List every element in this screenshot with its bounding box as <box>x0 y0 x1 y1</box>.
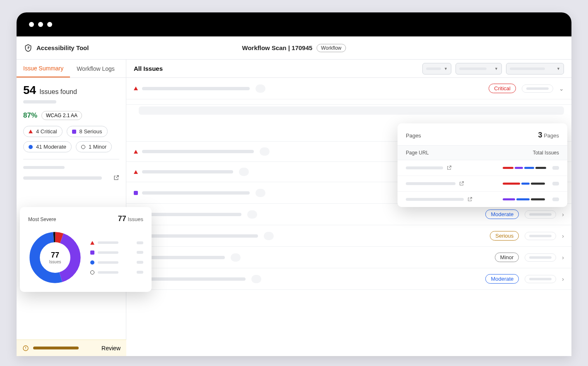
placeholder-line <box>23 166 65 169</box>
placeholder-title <box>142 256 225 259</box>
chevron-right-icon: › <box>562 233 564 239</box>
severity-chip[interactable]: 4 Critical <box>23 126 63 137</box>
placeholder-count <box>552 182 559 185</box>
chevron-right-icon: › <box>562 276 564 282</box>
legend-row <box>90 260 143 265</box>
severity-badge: Serious <box>490 231 519 241</box>
window-titlebar <box>17 12 571 36</box>
issue-distribution-bars <box>503 167 548 169</box>
chip-label: 8 Serious <box>80 128 102 135</box>
donut-title: Most Severe <box>28 217 56 222</box>
severity-chip[interactable]: 1 Minor <box>76 141 112 152</box>
placeholder-title <box>142 150 254 153</box>
count-badge <box>255 189 265 197</box>
compliance-score: 87% <box>23 111 37 120</box>
severity-icon <box>134 191 138 195</box>
placeholder-url <box>406 198 464 201</box>
severity-bar <box>531 198 545 200</box>
tab-issue-summary[interactable]: Issue Summary <box>17 60 70 77</box>
occurrence-row[interactable] <box>139 106 564 115</box>
severity-icon <box>134 150 138 154</box>
filter-dropdown-2[interactable]: ▼ <box>455 63 502 75</box>
severity-icon <box>81 145 85 149</box>
placeholder-count <box>552 197 559 201</box>
filter-dropdown-3[interactable]: ▼ <box>506 63 564 75</box>
workflow-badge: Workflow <box>316 44 346 52</box>
main-panel: All Issues ▼ ▼ ▼ Critical ⌄ Serious <box>126 60 571 356</box>
severity-badge: Moderate <box>485 274 519 284</box>
placeholder-pill <box>525 253 556 262</box>
chevron-right-icon: › <box>562 254 564 261</box>
placeholder-title <box>142 234 258 238</box>
severity-chip[interactable]: 8 Serious <box>67 126 108 137</box>
window-control-close[interactable] <box>29 22 34 27</box>
issue-row[interactable]: Serious › <box>126 225 571 247</box>
placeholder-title <box>142 87 250 90</box>
placeholder-count <box>137 241 143 244</box>
severity-icon <box>29 130 33 133</box>
main-header: All Issues ▼ ▼ ▼ <box>126 60 571 78</box>
window-control-min[interactable] <box>38 22 43 27</box>
count-badge <box>247 210 257 219</box>
count-badge <box>239 168 249 176</box>
occurrence-row[interactable] <box>139 115 564 123</box>
external-link-icon <box>113 175 119 181</box>
issue-row[interactable]: Critical ⌄ <box>126 78 571 99</box>
placeholder-url <box>406 182 455 185</box>
pages-label: Pages <box>544 132 559 139</box>
issue-row[interactable]: Moderate › <box>126 268 571 290</box>
app-window: Accessibility Tool Workflow Scan | 17094… <box>17 12 571 356</box>
severity-bar <box>521 183 530 185</box>
issue-row[interactable]: Minor › <box>126 247 571 268</box>
issue-distribution-bars <box>503 198 548 200</box>
legend-icon <box>90 260 94 265</box>
placeholder-pill <box>525 275 556 283</box>
severity-chip[interactable]: 41 Moderate <box>23 141 72 152</box>
severity-bar <box>535 167 546 169</box>
issue-distribution-bars <box>503 183 548 185</box>
severity-icon <box>29 145 33 149</box>
issues-label: Issues found <box>39 88 77 96</box>
placeholder-line <box>33 347 79 349</box>
all-issues-heading: All Issues <box>134 65 163 72</box>
severity-bar <box>503 183 520 185</box>
severity-bar <box>531 183 545 185</box>
severity-bar <box>503 167 513 169</box>
app-header: Accessibility Tool Workflow Scan | 17094… <box>17 36 571 60</box>
severity-bar <box>515 167 523 169</box>
donut-total-label: Issues <box>128 216 143 222</box>
issues-count-row: 54 Issues found <box>23 84 119 97</box>
review-bar[interactable]: Review <box>17 340 126 356</box>
alert-circle-icon <box>22 345 29 352</box>
severity-icon <box>72 130 76 134</box>
tab-workflow-logs[interactable]: Workflow Logs <box>70 60 121 77</box>
filter-bar: ▼ ▼ ▼ <box>422 63 564 75</box>
placeholder-title <box>142 191 250 195</box>
count-badge <box>260 147 270 156</box>
review-label: Review <box>101 345 120 352</box>
placeholder-line <box>98 241 118 244</box>
pages-row[interactable] <box>398 176 567 192</box>
severity-bar <box>503 198 515 200</box>
external-link-icon <box>446 165 452 171</box>
sidebar-content: 54 Issues found 87% WCAG 2.1 AA 4 Critic… <box>17 78 126 181</box>
severity-badge: Critical <box>489 84 516 93</box>
placeholder-pill <box>525 232 556 240</box>
external-link-icon <box>459 181 464 186</box>
donut-chart: 77 Issues <box>28 231 82 284</box>
wcag-standard-badge: WCAG 2.1 AA <box>41 111 82 120</box>
severity-badge: Moderate <box>485 209 519 219</box>
pages-row[interactable] <box>398 192 567 207</box>
pages-title: Pages <box>406 132 421 139</box>
page-title: Workflow Scan | 170945 Workflow <box>242 44 346 52</box>
most-severe-card: Most Severe 77 Issues 77 Issues <box>20 207 152 292</box>
placeholder-count <box>552 166 559 170</box>
filter-dropdown-1[interactable]: ▼ <box>422 63 451 75</box>
external-link-row[interactable] <box>23 175 119 181</box>
chip-label: 4 Critical <box>36 128 57 135</box>
divider <box>23 159 119 159</box>
severity-badge: Minor <box>495 253 519 262</box>
pages-row[interactable] <box>398 160 567 176</box>
window-control-max[interactable] <box>47 22 52 27</box>
placeholder-pill <box>522 84 553 93</box>
